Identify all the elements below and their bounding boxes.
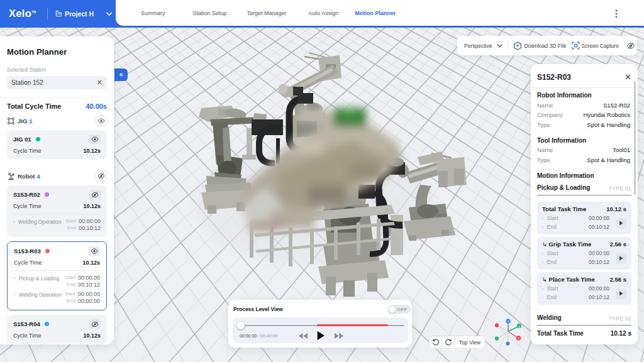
svg-text:x: x bbox=[518, 336, 519, 340]
svg-text:y: y bbox=[518, 324, 520, 328]
svg-text:z: z bbox=[508, 319, 509, 323]
